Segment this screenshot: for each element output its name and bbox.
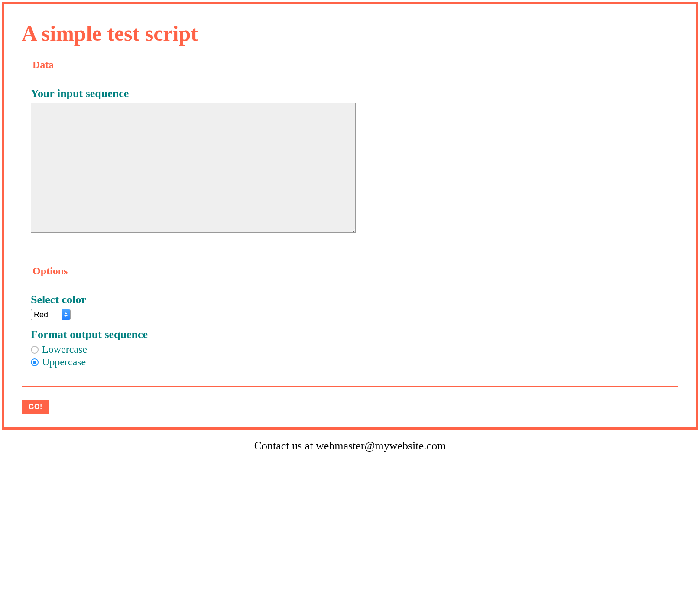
- go-button[interactable]: GO!: [22, 400, 49, 414]
- data-fieldset: Data Your input sequence: [22, 59, 678, 252]
- input-sequence-textarea[interactable]: [31, 103, 356, 233]
- format-radio-group: Lowercase Uppercase: [31, 344, 669, 368]
- options-legend: Options: [31, 265, 69, 277]
- radio-row-uppercase: Uppercase: [31, 356, 669, 368]
- data-legend: Data: [31, 59, 55, 71]
- page-title: A simple test script: [22, 21, 678, 46]
- radio-uppercase-label: Uppercase: [42, 356, 86, 368]
- chevron-up-down-icon: [62, 309, 70, 320]
- input-sequence-label: Your input sequence: [31, 87, 669, 100]
- radio-lowercase[interactable]: [31, 346, 39, 354]
- format-output-label: Format output sequence: [31, 328, 669, 341]
- select-color-label: Select color: [31, 293, 669, 306]
- radio-lowercase-label: Lowercase: [42, 344, 87, 355]
- select-color-value: Red: [31, 309, 62, 320]
- footer-contact-text: Contact us at webmaster@mywebsite.com: [0, 439, 700, 452]
- radio-row-lowercase: Lowercase: [31, 344, 669, 355]
- options-fieldset: Options Select color Red Format output s…: [22, 265, 678, 387]
- select-color-dropdown[interactable]: Red: [31, 309, 71, 320]
- radio-uppercase[interactable]: [31, 358, 39, 366]
- main-panel: A simple test script Data Your input seq…: [2, 2, 698, 430]
